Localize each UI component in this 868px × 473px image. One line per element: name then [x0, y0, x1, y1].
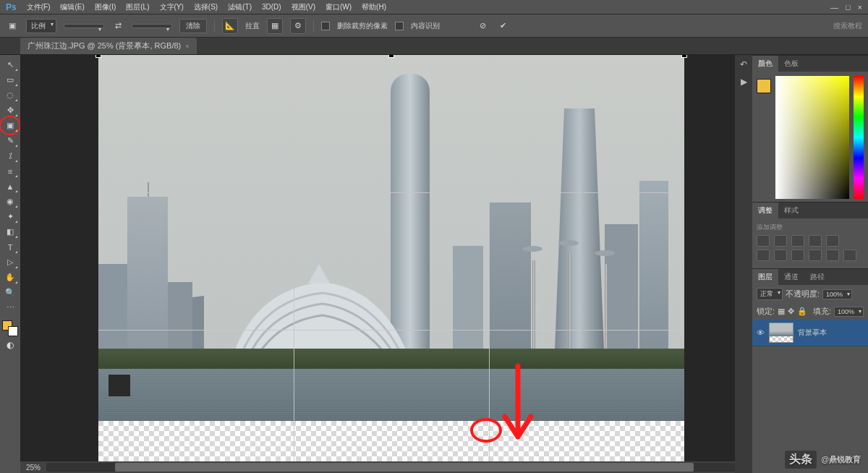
adj-balance-icon[interactable] [774, 250, 787, 261]
more-tools[interactable]: ⋯ [2, 301, 18, 315]
properties-icon[interactable]: ▶ [741, 77, 747, 87]
tab-color[interactable]: 颜色 [752, 56, 778, 72]
menu-filter[interactable]: 滤镜(T) [228, 2, 252, 12]
window-close-icon[interactable]: × [858, 3, 862, 12]
fill-input[interactable]: 100% [834, 307, 864, 317]
tab-close-icon[interactable]: × [185, 43, 189, 50]
lock-position-icon[interactable]: ✥ [788, 307, 794, 316]
adj-hue-icon[interactable] [757, 250, 770, 261]
opacity-input[interactable]: 100% [822, 289, 852, 299]
separator [313, 20, 314, 32]
menu-help[interactable]: 帮助(H) [362, 2, 386, 12]
content-aware-checkbox[interactable] [395, 22, 404, 30]
eyedropper-tool[interactable]: ✎ [2, 134, 18, 148]
foreground-color[interactable] [757, 79, 771, 93]
tab-channels[interactable]: 通道 [778, 269, 804, 285]
history-icon[interactable]: ↶ [740, 59, 747, 69]
ratio-height-input[interactable] [132, 24, 172, 28]
quickmask-icon[interactable]: ◐ [2, 338, 18, 351]
crop-handle[interactable] [388, 55, 394, 58]
color-swatch[interactable] [2, 320, 18, 336]
lock-pixels-icon[interactable]: ▦ [778, 307, 785, 316]
layer-thumbnail[interactable] [769, 323, 793, 343]
layer-row[interactable]: 👁 背景摹本 [752, 320, 868, 346]
ratio-width-input[interactable] [64, 24, 104, 28]
delete-cropped-checkbox[interactable] [321, 22, 330, 30]
menu-3d[interactable]: 3D(D) [262, 3, 281, 11]
menu-window[interactable]: 窗口(W) [326, 2, 352, 12]
adj-channel-icon[interactable] [826, 250, 839, 261]
tab-layers[interactable]: 图层 [752, 269, 778, 285]
crop-tool-icon[interactable]: ▣ [6, 20, 19, 33]
pen-tool[interactable]: ▷ [2, 255, 18, 269]
straighten-label: 拉直 [245, 21, 260, 31]
document-tabs: 广州珠江边.JPG @ 25% (背景摹本, RGB/8) × [0, 38, 868, 55]
window-minimize-icon[interactable]: — [830, 3, 838, 12]
menu-select[interactable]: 选择(S) [194, 2, 218, 12]
adj-levels-icon[interactable] [774, 235, 787, 247]
lock-all-icon[interactable]: 🔒 [797, 307, 807, 316]
adj-exposure-icon[interactable] [809, 235, 822, 247]
crop-handle[interactable] [95, 55, 101, 58]
canvas[interactable] [98, 55, 684, 473]
adj-lookup-icon[interactable] [843, 250, 856, 261]
tab-swatches[interactable]: 色板 [778, 56, 804, 72]
hue-slider[interactable] [854, 76, 864, 199]
clear-button[interactable]: 清除 [179, 19, 207, 33]
window-maximize-icon[interactable]: □ [846, 3, 851, 12]
menu-file[interactable]: 文件(F) [27, 2, 51, 12]
lasso-tool[interactable]: ◌ [2, 88, 18, 102]
search-help[interactable]: 搜索教程 [833, 21, 862, 31]
adj-brightness-icon[interactable] [757, 235, 770, 247]
fill-label: 填充: [813, 306, 831, 317]
overlay-grid-icon[interactable]: ▦ [267, 18, 283, 34]
menu-edit[interactable]: 编辑(E) [60, 2, 84, 12]
type-tool[interactable]: T [2, 240, 18, 254]
adj-bw-icon[interactable] [791, 250, 804, 261]
tab-paths[interactable]: 路径 [804, 269, 830, 285]
zoom-tool[interactable]: 🔍 [2, 286, 18, 299]
blur-tool[interactable]: ✦ [2, 210, 18, 223]
crop-tool[interactable]: ▣ [2, 119, 18, 132]
document-tab[interactable]: 广州珠江边.JPG @ 25% (背景摹本, RGB/8) × [20, 38, 197, 54]
move-tool[interactable]: ↖ [2, 58, 18, 72]
horizontal-scrollbar[interactable]: 25% [20, 461, 735, 473]
brush-tool[interactable]: ⁒ [2, 149, 18, 163]
adj-curves-icon[interactable] [791, 235, 804, 247]
adjust-preset-label: 添加调整 [757, 223, 864, 232]
zoom-level[interactable]: 25% [20, 464, 46, 472]
hand-tool[interactable]: ✋ [2, 270, 18, 284]
crop-grid-line [98, 330, 684, 331]
delete-cropped-label: 删除裁剪的像素 [337, 21, 388, 31]
layer-visibility-icon[interactable]: 👁 [757, 328, 765, 337]
overlay-settings-icon[interactable]: ⚙ [290, 18, 306, 34]
swap-icon[interactable]: ⇄ [111, 20, 124, 33]
tab-styles[interactable]: 样式 [778, 203, 804, 218]
watermark-author: @鼎锐教育 [821, 454, 861, 465]
menu-image[interactable]: 图像(I) [95, 2, 116, 12]
color-panel: 颜色 色板 [752, 55, 868, 202]
menu-type[interactable]: 文字(Y) [160, 2, 184, 12]
eraser-tool[interactable]: ◉ [2, 195, 18, 208]
menu-view[interactable]: 视图(V) [292, 2, 315, 12]
straighten-icon[interactable]: 📐 [222, 18, 238, 34]
color-field[interactable] [775, 76, 849, 199]
marquee-tool[interactable]: ▭ [2, 73, 18, 87]
blend-mode-dropdown[interactable]: 正常 [757, 288, 783, 300]
quick-select-tool[interactable]: ✥ [2, 103, 18, 117]
layer-name[interactable]: 背景摹本 [798, 328, 827, 338]
ratio-dropdown[interactable]: 比例 [26, 19, 56, 33]
adj-photo-icon[interactable] [809, 250, 822, 261]
separator [214, 20, 215, 32]
tab-adjustments[interactable]: 调整 [752, 203, 778, 218]
gradient-tool[interactable]: ▲ [2, 179, 18, 193]
crop-handle[interactable] [681, 55, 687, 58]
reset-crop-icon[interactable]: ⊘ [476, 20, 489, 33]
canvas-area[interactable]: 25% [20, 55, 735, 473]
adj-vibrance-icon[interactable] [826, 235, 839, 247]
right-panels: ↶ ▶ 颜色 色板 调整 样式 添加调整 图层 通道 [735, 55, 868, 473]
stamp-tool[interactable]: ≡ [2, 164, 18, 178]
commit-crop-icon[interactable]: ✔ [496, 20, 509, 33]
menu-layer[interactable]: 图层(L) [126, 2, 149, 12]
dodge-tool[interactable]: ◧ [2, 225, 18, 239]
